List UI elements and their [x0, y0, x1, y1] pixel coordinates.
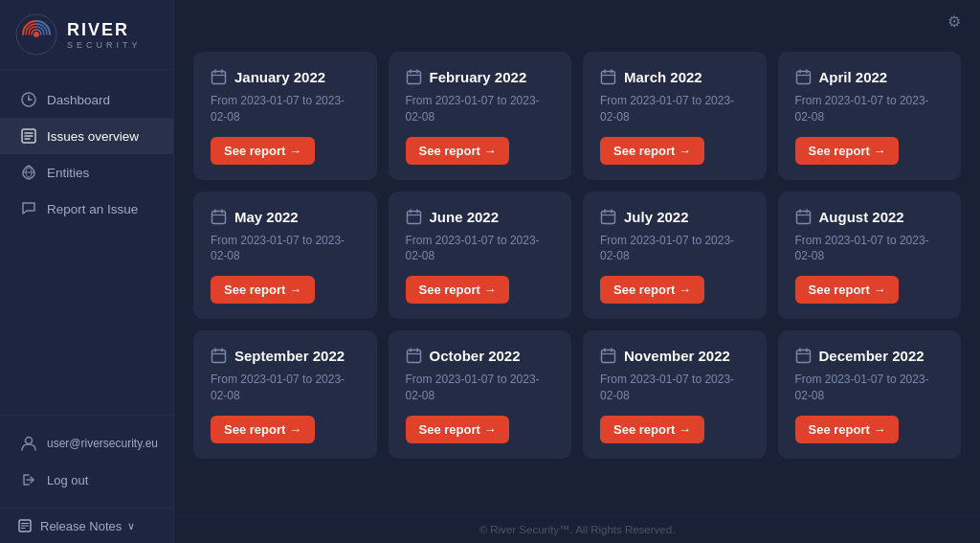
calendar-icon	[211, 209, 227, 225]
logo-name: RIVER	[67, 20, 142, 40]
svg-rect-35	[407, 211, 420, 223]
card-date: From 2023-01-07 to 2023-02-08	[211, 372, 360, 404]
sidebar-item-user[interactable]: user@riversecurity.eu	[0, 425, 173, 462]
see-report-button[interactable]: See report →	[211, 416, 315, 443]
svg-point-10	[26, 438, 33, 444]
svg-rect-15	[212, 72, 226, 84]
card-title: November 2022	[624, 348, 730, 364]
report-card-mar2022: March 2022 From 2023-01-07 to 2023-02-08…	[583, 52, 767, 180]
card-date: From 2023-01-07 to 2023-02-08	[406, 372, 555, 404]
see-report-button[interactable]: See report →	[600, 416, 704, 443]
logout-label: Log out	[47, 473, 88, 487]
svg-rect-55	[602, 351, 615, 363]
release-notes-label: Release Notes	[40, 519, 122, 533]
release-notes-icon	[17, 518, 33, 533]
svg-rect-51	[407, 351, 420, 363]
cards-grid: January 2022 From 2023-01-07 to 2023-02-…	[193, 52, 961, 459]
logout-icon	[20, 471, 37, 488]
card-title: December 2022	[819, 348, 924, 364]
see-report-button[interactable]: See report →	[600, 137, 704, 165]
report-card-jun2022: June 2022 From 2023-01-07 to 2023-02-08 …	[389, 192, 572, 320]
card-date: From 2023-01-07 to 2023-02-08	[600, 372, 749, 404]
report-card-oct2022: October 2022 From 2023-01-07 to 2023-02-…	[389, 330, 572, 459]
card-date: From 2023-01-07 to 2023-02-08	[406, 233, 555, 265]
card-date: From 2023-01-07 to 2023-02-08	[211, 93, 360, 125]
card-title-row: August 2022	[795, 209, 945, 225]
calendar-icon	[211, 69, 227, 85]
calendar-icon	[795, 209, 812, 225]
card-date: From 2023-01-07 to 2023-02-08	[795, 93, 945, 125]
sidebar-item-entities[interactable]: Entities	[0, 154, 173, 191]
svg-rect-23	[602, 72, 615, 84]
card-title-row: November 2022	[600, 348, 749, 364]
report-card-feb2022: February 2022 From 2023-01-07 to 2023-02…	[389, 52, 572, 180]
report-issue-label: Report an Issue	[47, 202, 138, 216]
see-report-button[interactable]: See report →	[406, 416, 510, 443]
report-card-may2022: May 2022 From 2023-01-07 to 2023-02-08 S…	[193, 192, 377, 320]
card-title: May 2022	[234, 209, 299, 225]
calendar-icon	[406, 69, 422, 85]
card-date: From 2023-01-07 to 2023-02-08	[211, 233, 360, 265]
report-card-sep2022: September 2022 From 2023-01-07 to 2023-0…	[193, 330, 377, 459]
see-report-button[interactable]: See report →	[795, 276, 900, 304]
sidebar-item-issues-overview[interactable]: Issues overview	[0, 118, 173, 154]
sidebar-item-logout[interactable]: Log out	[0, 462, 173, 498]
see-report-button[interactable]: See report →	[406, 137, 510, 165]
card-title: September 2022	[234, 348, 345, 364]
user-label: user@riversecurity.eu	[47, 437, 158, 450]
card-title: June 2022	[430, 209, 500, 225]
card-title-row: July 2022	[600, 209, 749, 225]
main-nav: Dashboard Issues overview Entities	[0, 70, 173, 415]
card-title-row: June 2022	[406, 209, 555, 225]
card-title: February 2022	[430, 69, 527, 85]
report-card-nov2022: November 2022 From 2023-01-07 to 2023-02…	[583, 330, 767, 459]
main-header: ⚙	[174, 0, 980, 42]
card-title: October 2022	[430, 348, 521, 364]
card-title-row: March 2022	[600, 69, 749, 85]
entities-label: Entities	[47, 166, 89, 180]
see-report-button[interactable]: See report →	[211, 137, 315, 165]
see-report-button[interactable]: See report →	[600, 276, 704, 304]
see-report-button[interactable]: See report →	[795, 416, 900, 443]
card-title-row: December 2022	[795, 348, 945, 364]
svg-rect-47	[212, 351, 226, 363]
sidebar-item-dashboard[interactable]: Dashboard	[0, 81, 173, 118]
river-logo-icon	[15, 13, 57, 56]
card-title-row: October 2022	[406, 348, 555, 364]
svg-rect-59	[796, 351, 810, 363]
card-title-row: January 2022	[211, 69, 360, 85]
footer-text: © River Security™. All Rights Reserved.	[479, 524, 676, 535]
card-title: March 2022	[624, 69, 702, 85]
user-icon	[20, 435, 37, 452]
see-report-button[interactable]: See report →	[406, 276, 510, 304]
report-card-apr2022: April 2022 From 2023-01-07 to 2023-02-08…	[778, 52, 962, 180]
issues-icon	[20, 127, 37, 145]
calendar-icon	[600, 69, 616, 85]
card-date: From 2023-01-07 to 2023-02-08	[795, 233, 945, 265]
card-title: August 2022	[819, 209, 904, 225]
see-report-button[interactable]: See report →	[211, 276, 315, 304]
report-card-jan2022: January 2022 From 2023-01-07 to 2023-02-…	[193, 52, 377, 180]
entities-icon	[20, 164, 37, 181]
svg-rect-27	[796, 72, 810, 84]
card-title-row: September 2022	[211, 348, 360, 364]
svg-rect-31	[212, 211, 226, 223]
svg-point-1	[33, 32, 39, 37]
release-notes-item[interactable]: Release Notes ∨	[0, 508, 173, 543]
card-date: From 2023-01-07 to 2023-02-08	[600, 93, 749, 125]
logo-area: RIVER SECURITY	[0, 0, 173, 70]
card-title-row: May 2022	[211, 209, 360, 225]
calendar-icon	[211, 348, 227, 364]
logo-sub: SECURITY	[67, 40, 142, 50]
settings-icon[interactable]: ⚙	[947, 12, 961, 31]
cards-area: January 2022 From 2023-01-07 to 2023-02-…	[174, 42, 980, 515]
sidebar-item-report-issue[interactable]: Report an Issue	[0, 191, 173, 227]
see-report-button[interactable]: See report →	[795, 137, 900, 165]
card-title: April 2022	[819, 69, 888, 85]
card-title: January 2022	[234, 69, 325, 85]
card-title-row: April 2022	[795, 69, 945, 85]
calendar-icon	[406, 209, 422, 225]
card-date: From 2023-01-07 to 2023-02-08	[795, 372, 945, 404]
footer: © River Security™. All Rights Reserved.	[174, 515, 980, 543]
main-content: ⚙ January 2022 From 2023-01-07 to 2023-0…	[174, 0, 980, 543]
